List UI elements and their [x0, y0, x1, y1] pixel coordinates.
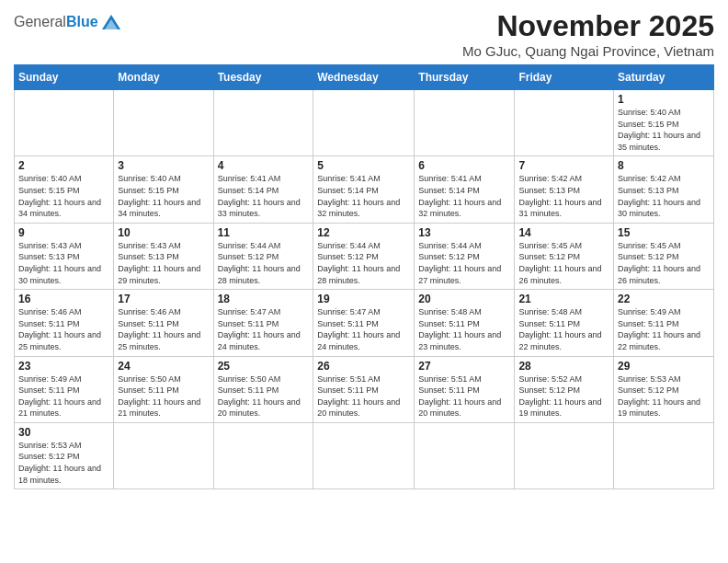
- day-15: 15 Sunrise: 5:45 AMSunset: 5:12 PMDaylig…: [614, 223, 714, 289]
- day-6: 6 Sunrise: 5:41 AMSunset: 5:14 PMDayligh…: [415, 156, 515, 223]
- empty-cell: [415, 422, 515, 488]
- logo-icon: General Blue: [14, 13, 121, 31]
- day-3: 3 Sunrise: 5:40 AMSunset: 5:15 PMDayligh…: [114, 156, 213, 223]
- empty-cell: [614, 422, 714, 488]
- calendar-row-6: 30 Sunrise: 5:53 AMSunset: 5:12 PMDaylig…: [15, 422, 714, 488]
- header-monday: Monday: [114, 65, 213, 90]
- day-30: 30 Sunrise: 5:53 AMSunset: 5:12 PMDaylig…: [15, 422, 114, 488]
- day-25: 25 Sunrise: 5:50 AMSunset: 5:11 PMDaylig…: [213, 356, 313, 422]
- header-thursday: Thursday: [415, 65, 515, 90]
- day-10: 10 Sunrise: 5:43 AMSunset: 5:13 PMDaylig…: [114, 223, 213, 289]
- empty-cell: [114, 90, 213, 156]
- day-24: 24 Sunrise: 5:50 AMSunset: 5:11 PMDaylig…: [114, 356, 213, 422]
- day-1: 1 Sunrise: 5:40 AMSunset: 5:15 PMDayligh…: [614, 90, 714, 156]
- header-tuesday: Tuesday: [213, 65, 313, 90]
- empty-cell: [213, 422, 313, 488]
- day-12: 12 Sunrise: 5:44 AMSunset: 5:12 PMDaylig…: [313, 223, 415, 289]
- month-title: November 2025: [462, 9, 714, 43]
- day-9: 9 Sunrise: 5:43 AMSunset: 5:13 PMDayligh…: [15, 223, 114, 289]
- weekday-header-row: Sunday Monday Tuesday Wednesday Thursday…: [15, 65, 714, 90]
- header-wednesday: Wednesday: [313, 65, 415, 90]
- day-26: 26 Sunrise: 5:51 AMSunset: 5:11 PMDaylig…: [313, 356, 415, 422]
- empty-cell: [15, 90, 114, 156]
- page-header: General Blue November 2025 Mo GJuc, Quan…: [14, 9, 714, 59]
- empty-cell: [114, 422, 213, 488]
- day-22: 22 Sunrise: 5:49 AMSunset: 5:11 PMDaylig…: [614, 290, 714, 356]
- empty-cell: [213, 90, 313, 156]
- day-21: 21 Sunrise: 5:48 AMSunset: 5:11 PMDaylig…: [515, 290, 614, 356]
- day-2: 2 Sunrise: 5:40 AMSunset: 5:15 PMDayligh…: [15, 156, 114, 223]
- calendar-row-2: 2 Sunrise: 5:40 AMSunset: 5:15 PMDayligh…: [15, 156, 714, 223]
- logo: General Blue: [14, 9, 121, 31]
- logo-triangle-icon: [101, 13, 121, 31]
- day-13: 13 Sunrise: 5:44 AMSunset: 5:12 PMDaylig…: [415, 223, 515, 289]
- header-saturday: Saturday: [614, 65, 714, 90]
- empty-cell: [313, 422, 415, 488]
- day-16: 16 Sunrise: 5:46 AMSunset: 5:11 PMDaylig…: [15, 290, 114, 356]
- header-friday: Friday: [515, 65, 614, 90]
- logo-blue-text: Blue: [66, 14, 98, 30]
- calendar-table: Sunday Monday Tuesday Wednesday Thursday…: [14, 64, 714, 489]
- title-section: November 2025 Mo GJuc, Quang Ngai Provin…: [462, 9, 714, 59]
- day-29: 29 Sunrise: 5:53 AMSunset: 5:12 PMDaylig…: [614, 356, 714, 422]
- logo-general-text: General: [14, 14, 66, 30]
- day-11: 11 Sunrise: 5:44 AMSunset: 5:12 PMDaylig…: [213, 223, 313, 289]
- calendar-row-4: 16 Sunrise: 5:46 AMSunset: 5:11 PMDaylig…: [15, 290, 714, 356]
- day-14: 14 Sunrise: 5:45 AMSunset: 5:12 PMDaylig…: [515, 223, 614, 289]
- calendar-row-3: 9 Sunrise: 5:43 AMSunset: 5:13 PMDayligh…: [15, 223, 714, 289]
- day-23: 23 Sunrise: 5:49 AMSunset: 5:11 PMDaylig…: [15, 356, 114, 422]
- empty-cell: [515, 422, 614, 488]
- empty-cell: [515, 90, 614, 156]
- calendar-row-5: 23 Sunrise: 5:49 AMSunset: 5:11 PMDaylig…: [15, 356, 714, 422]
- day-4: 4 Sunrise: 5:41 AMSunset: 5:14 PMDayligh…: [213, 156, 313, 223]
- day-17: 17 Sunrise: 5:46 AMSunset: 5:11 PMDaylig…: [114, 290, 213, 356]
- empty-cell: [415, 90, 515, 156]
- day-20: 20 Sunrise: 5:48 AMSunset: 5:11 PMDaylig…: [415, 290, 515, 356]
- location-subtitle: Mo GJuc, Quang Ngai Province, Vietnam: [462, 43, 714, 59]
- day-5: 5 Sunrise: 5:41 AMSunset: 5:14 PMDayligh…: [313, 156, 415, 223]
- calendar-row-1: 1 Sunrise: 5:40 AMSunset: 5:15 PMDayligh…: [15, 90, 714, 156]
- day-27: 27 Sunrise: 5:51 AMSunset: 5:11 PMDaylig…: [415, 356, 515, 422]
- day-19: 19 Sunrise: 5:47 AMSunset: 5:11 PMDaylig…: [313, 290, 415, 356]
- day-18: 18 Sunrise: 5:47 AMSunset: 5:11 PMDaylig…: [213, 290, 313, 356]
- empty-cell: [313, 90, 415, 156]
- day-7: 7 Sunrise: 5:42 AMSunset: 5:13 PMDayligh…: [515, 156, 614, 223]
- day-8: 8 Sunrise: 5:42 AMSunset: 5:13 PMDayligh…: [614, 156, 714, 223]
- day-28: 28 Sunrise: 5:52 AMSunset: 5:12 PMDaylig…: [515, 356, 614, 422]
- header-sunday: Sunday: [15, 65, 114, 90]
